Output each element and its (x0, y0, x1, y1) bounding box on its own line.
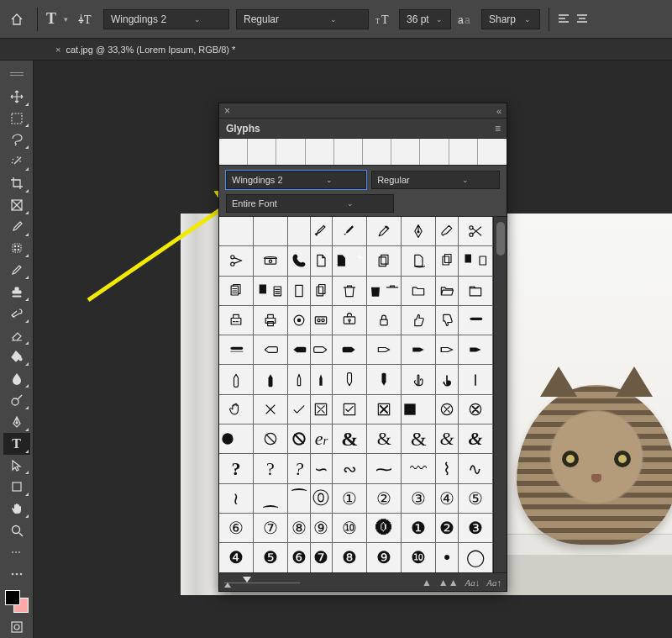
antialias-select[interactable]: Sharp ⌄ (481, 9, 540, 29)
glyph-flourish1[interactable]: ∽ (311, 454, 333, 483)
recent-glyph-slot[interactable] (391, 139, 420, 165)
glyph-blank[interactable] (219, 217, 254, 246)
collapse-handle[interactable] (3, 64, 30, 86)
hand-tool[interactable] (3, 498, 30, 519)
paint-bucket-tool[interactable] (3, 346, 30, 368)
glyph-neg-2[interactable]: ❷ (436, 514, 459, 543)
marquee-tool[interactable] (3, 108, 30, 129)
glyph-pen-fill[interactable] (333, 217, 367, 246)
glyph-lock[interactable] (367, 306, 402, 335)
glyph-page[interactable] (311, 246, 333, 276)
panel-title-bar[interactable]: Glyphs ≡ (219, 119, 507, 139)
recent-glyph-slot[interactable] (334, 139, 363, 165)
glyph-hand-up[interactable] (219, 365, 254, 394)
glyph-box-check[interactable] (333, 395, 367, 424)
glyph-brush[interactable] (436, 217, 459, 246)
glyph-neg-1[interactable]: ❶ (402, 514, 436, 543)
glyph-neg-4[interactable]: ❹ (219, 543, 254, 572)
glyph-pages-2[interactable] (436, 246, 459, 276)
font-style-select[interactable]: Regular ⌄ (236, 9, 369, 29)
glyph-pages-3[interactable] (367, 246, 402, 276)
glyph-box-x-bold[interactable] (367, 395, 402, 424)
glyph-et[interactable]: er (311, 424, 333, 454)
lasso-tool[interactable] (3, 129, 30, 150)
glyph-pages-2-fill[interactable] (459, 246, 493, 276)
glyph-finger-up-fill[interactable] (436, 365, 459, 394)
glyph-printer[interactable] (254, 306, 288, 335)
glyph-blank[interactable] (254, 217, 288, 246)
glyph-hand-point-r-fill[interactable] (333, 335, 367, 365)
font-family-select[interactable]: Wingdings 2 ⌄ (103, 9, 229, 29)
path-select-tool[interactable] (3, 455, 30, 477)
glyph-hand-point-r3[interactable] (436, 335, 459, 365)
glyph-hand-point-r[interactable] (311, 335, 333, 365)
glyph-disc[interactable] (288, 306, 311, 335)
glyph-circled-1[interactable]: ① (333, 484, 367, 514)
dodge-tool[interactable] (3, 389, 30, 411)
close-icon[interactable]: × (224, 105, 230, 117)
blur-tool[interactable] (3, 367, 30, 389)
glyph-hand-up2-fill[interactable] (311, 365, 333, 394)
glyph-circle-x2[interactable] (459, 395, 493, 424)
glyph-circled-3[interactable]: ③ (402, 484, 436, 514)
glyph-box-x[interactable] (311, 395, 333, 424)
glyph-hand-point-r3-fill[interactable] (459, 335, 493, 365)
glyph-hand-point-r2-fill[interactable] (402, 335, 436, 365)
glyph-flourish2[interactable]: ∾ (333, 454, 367, 483)
glyph-flourish7[interactable]: ≀ (219, 484, 254, 514)
glyph-docs-fill[interactable] (254, 277, 288, 306)
glyph-size-slider[interactable] (224, 578, 300, 587)
glyphs-scrollbar[interactable] (493, 217, 507, 572)
zoom-max-icon[interactable]: ▲▲ (438, 577, 459, 588)
glyph-circled-4[interactable]: ④ (436, 484, 459, 514)
glyph-hand-point-l[interactable] (254, 335, 288, 365)
glyph-flourish5[interactable]: ⌇ (436, 454, 459, 483)
glyph-hand-flat[interactable] (459, 306, 493, 335)
glyph-amp-script[interactable]: & (402, 424, 436, 454)
glyph-docs[interactable] (219, 277, 254, 306)
glyph-flourish9[interactable]: ⁀ (288, 484, 311, 514)
glyph-neg-9[interactable]: ❾ (367, 543, 402, 572)
glyph-neg-3[interactable]: ❸ (459, 514, 493, 543)
glyph-question1[interactable]: ? (219, 454, 254, 483)
glyph-circled-8[interactable]: ⑧ (288, 514, 311, 543)
glyph-pen[interactable] (311, 217, 333, 246)
pen-tool[interactable] (3, 411, 30, 433)
glyph-neg-6[interactable]: ❻ (288, 543, 311, 572)
glyph-flourish4[interactable]: 〰 (402, 454, 436, 483)
glyph-tape[interactable] (311, 306, 333, 335)
align-left-button[interactable] (558, 13, 570, 25)
panel-menu-icon[interactable]: ≡ (495, 123, 500, 134)
color-swatches[interactable] (5, 590, 29, 614)
glyph-hand-point-r2[interactable] (367, 335, 402, 365)
scrollbar-thumb[interactable] (496, 222, 505, 256)
glyphs-font-style-select[interactable]: Regular ⌄ (371, 171, 500, 189)
glyph-flourish8[interactable]: ⁔ (254, 484, 288, 514)
patch-tool[interactable] (3, 238, 30, 260)
recent-glyph-slot[interactable] (478, 139, 507, 165)
size-down-button[interactable]: Aa↓ (465, 577, 480, 588)
home-button[interactable] (5, 8, 29, 31)
glyph-neg-10[interactable]: ❿ (402, 543, 436, 572)
glyph-hand-point-l-fill[interactable] (288, 335, 311, 365)
collapse-icon[interactable]: « (496, 106, 501, 116)
glyph-hand-down[interactable] (333, 365, 367, 394)
text-orientation-toggle[interactable]: ⸸T (78, 13, 97, 26)
glyph-amp-italic2[interactable]: & (459, 424, 493, 454)
size-up-button[interactable]: Aa↑ (486, 577, 501, 588)
glyph-hand-up2[interactable] (288, 365, 311, 394)
zoom-tool[interactable] (3, 519, 30, 541)
recent-glyph-slot[interactable] (219, 139, 248, 165)
glyph-finger-up2[interactable] (459, 365, 493, 394)
glyph-circled-6[interactable]: ⑥ (219, 514, 254, 543)
glyph-box-x-bold2[interactable] (402, 395, 436, 424)
history-brush-tool[interactable] (3, 303, 30, 324)
glyph-prohibit[interactable] (254, 424, 288, 454)
glyph-lock-key[interactable] (333, 306, 367, 335)
close-icon[interactable]: × (55, 45, 60, 55)
font-size-select[interactable]: 36 pt ⌄ (399, 9, 451, 29)
glyph-hand-down-fill[interactable] (367, 365, 402, 394)
glyph-scissors[interactable] (219, 246, 254, 276)
glyph-folder[interactable] (402, 277, 436, 306)
glyphs-font-family-select[interactable]: Wingdings 2 ⌄ (226, 171, 366, 189)
